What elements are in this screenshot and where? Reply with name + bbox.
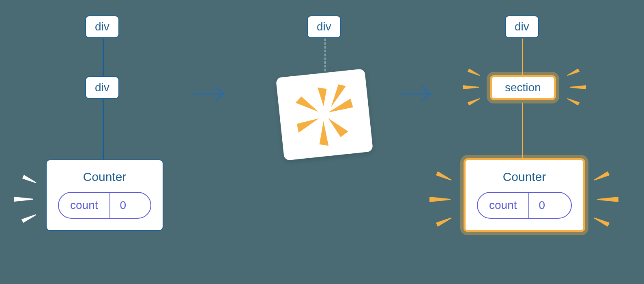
tree-stage-2: div bbox=[260, 12, 389, 183]
node-label: div bbox=[95, 20, 109, 33]
node-div-root: div bbox=[307, 15, 341, 38]
tree-stage-3: div section Counter count 0 bbox=[452, 12, 623, 272]
spark-icon bbox=[429, 197, 451, 202]
spark-icon bbox=[22, 175, 37, 185]
node-section: section bbox=[490, 75, 556, 100]
spark-icon bbox=[570, 85, 586, 89]
arrow-2 bbox=[399, 83, 436, 106]
spark-icon bbox=[436, 216, 453, 227]
spark-icon bbox=[593, 171, 610, 182]
component-title: Counter bbox=[58, 170, 151, 184]
poof-box bbox=[276, 69, 373, 161]
state-pill: count 0 bbox=[58, 192, 151, 219]
tree-edge bbox=[522, 39, 523, 76]
node-div-root: div bbox=[505, 15, 539, 38]
node-label: div bbox=[515, 20, 529, 33]
state-key: count bbox=[59, 193, 110, 218]
arrow-icon bbox=[193, 83, 229, 104]
svg-marker-1 bbox=[318, 86, 328, 107]
tree-edge-dashed bbox=[324, 39, 326, 75]
state-pill: count 0 bbox=[477, 192, 572, 219]
state-value: 0 bbox=[529, 193, 555, 218]
spark-icon bbox=[14, 197, 33, 202]
spark-icon bbox=[468, 97, 481, 106]
spark-icon bbox=[463, 85, 479, 89]
tree-edge bbox=[103, 39, 104, 77]
spark-icon bbox=[567, 69, 580, 77]
state-key: count bbox=[478, 193, 529, 218]
tree-edge bbox=[522, 103, 523, 159]
arrow-icon bbox=[399, 83, 436, 104]
node-label: div bbox=[95, 81, 109, 94]
spark-icon bbox=[436, 171, 453, 182]
node-label: div bbox=[317, 20, 331, 33]
state-value: 0 bbox=[110, 193, 136, 218]
spark-icon bbox=[567, 97, 580, 106]
svg-marker-4 bbox=[317, 121, 328, 147]
node-div-root: div bbox=[85, 15, 119, 38]
spark-icon bbox=[593, 216, 610, 227]
svg-marker-2 bbox=[327, 99, 354, 112]
node-label: section bbox=[505, 81, 541, 94]
spark-icon bbox=[468, 69, 481, 77]
counter-component: Counter count 0 bbox=[46, 159, 163, 231]
node-div-mid: div bbox=[85, 76, 119, 99]
spark-icon bbox=[597, 197, 618, 202]
svg-marker-5 bbox=[296, 118, 320, 133]
svg-marker-3 bbox=[328, 116, 349, 138]
counter-component: Counter count 0 bbox=[464, 158, 585, 232]
arrow-1 bbox=[193, 83, 229, 106]
svg-marker-6 bbox=[295, 95, 318, 114]
component-title: Counter bbox=[477, 170, 572, 184]
spark-icon bbox=[21, 213, 37, 223]
tree-edge bbox=[103, 99, 104, 160]
burst-icon bbox=[280, 73, 369, 156]
tree-stage-1: div div Counter count 0 bbox=[39, 12, 185, 272]
